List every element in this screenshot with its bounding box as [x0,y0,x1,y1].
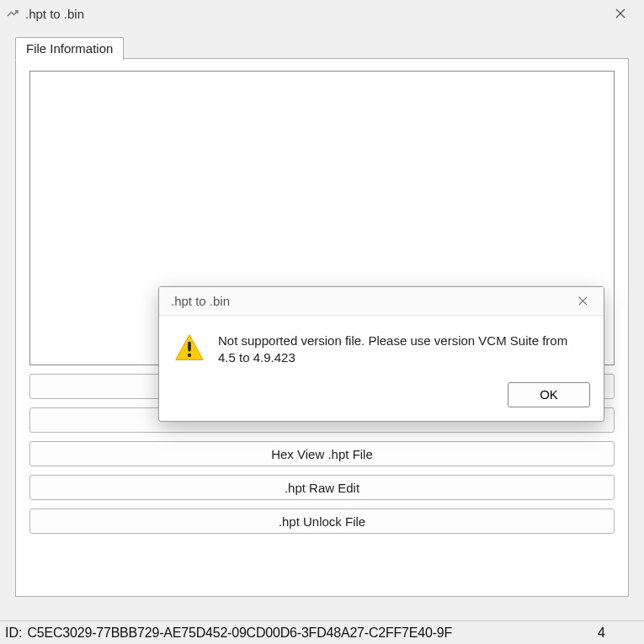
svg-rect-5 [188,342,191,352]
app-icon [5,6,20,21]
svg-point-6 [188,354,191,357]
status-trailing: 4 [598,625,639,641]
raw-edit-button[interactable]: .hpt Raw Edit [29,475,615,500]
dialog-close-button[interactable] [570,290,595,312]
dialog-titlebar: .hpt to .bin [159,287,604,316]
ok-button[interactable]: OK [508,382,590,407]
id-value: C5EC3029-77BBB729-AE75D452-09CD00D6-3FD4… [27,625,452,641]
tab-strip: File Information [15,37,629,59]
message-dialog: .hpt to .bin Not supported version file.… [158,286,604,422]
statusbar: ID: C5EC3029-77BBB729-AE75D452-09CD00D6-… [0,620,644,644]
hex-view-button[interactable]: Hex View .hpt File [29,441,615,466]
titlebar: .hpt to .bin [0,0,644,27]
dialog-title: .hpt to .bin [171,294,570,308]
id-label: ID: [5,625,22,641]
tab-file-information[interactable]: File Information [15,37,124,61]
tab-label: File Information [26,41,113,56]
unlock-file-button[interactable]: .hpt Unlock File [29,508,615,534]
button-label: .hpt Unlock File [279,514,365,529]
ok-button-label: OK [540,387,558,402]
button-label: .hpt Raw Edit [285,481,359,495]
dialog-footer: OK [159,377,604,421]
window-title: .hpt to .bin [25,7,602,21]
dialog-message: Not supported version file. Please use v… [218,333,588,367]
warning-icon [174,333,205,363]
button-label: Hex View .hpt File [271,447,373,461]
dialog-body: Not supported version file. Please use v… [159,316,604,377]
window-close-button[interactable] [602,2,639,25]
